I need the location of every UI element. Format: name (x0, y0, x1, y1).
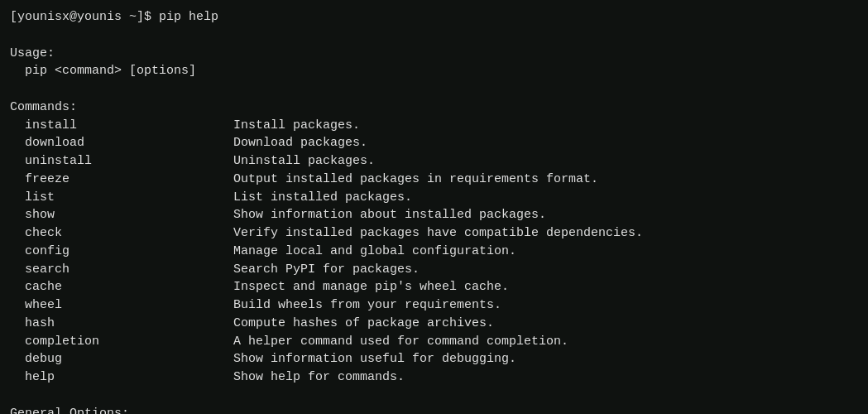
usage-cmd: pip <command> [options] (10, 62, 858, 80)
command-row: uninstall Uninstall packages. (10, 152, 858, 171)
command-row: check Verify installed packages have com… (10, 224, 858, 243)
commands-label: Commands: (10, 99, 858, 117)
command-row: download Download packages. (10, 134, 858, 152)
command-row: help Show help for commands. (10, 368, 858, 387)
empty-line-3 (10, 387, 858, 405)
prompt-line: [younisx@younis ~]$ pip help (10, 8, 858, 26)
command-row: install Install packages. (10, 117, 858, 135)
command-row: config Manage local and global configura… (10, 243, 858, 261)
command-row: show Show information about installed pa… (10, 206, 858, 224)
command-row: hash Compute hashes of package archives. (10, 315, 858, 333)
command-row: wheel Build wheels from your requirement… (10, 296, 858, 315)
command-row: debug Show information useful for debugg… (10, 350, 858, 368)
command-row: completion A helper command used for com… (10, 333, 858, 351)
command-row: freeze Output installed packages in requ… (10, 171, 858, 189)
general-options-label: General Options: (10, 405, 858, 415)
empty-line-1 (10, 26, 858, 45)
command-row: list List installed packages. (10, 189, 858, 207)
terminal: [younisx@younis ~]$ pip help Usage: pip … (10, 8, 858, 414)
empty-line-2 (10, 80, 858, 99)
command-row: search Search PyPI for packages. (10, 261, 858, 279)
command-row: cache Inspect and manage pip's wheel cac… (10, 278, 858, 296)
commands-list: install Install packages. download Downl… (10, 117, 858, 387)
usage-label: Usage: (10, 45, 858, 63)
